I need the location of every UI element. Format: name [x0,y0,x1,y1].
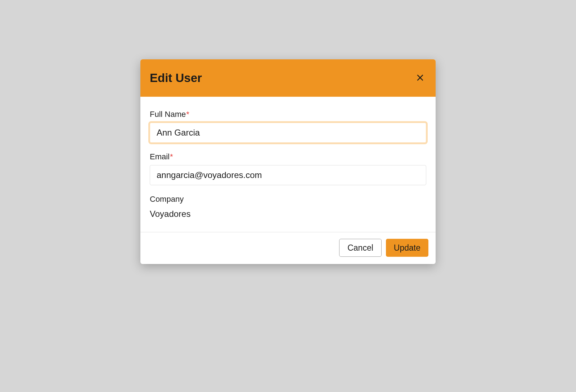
update-button[interactable]: Update [386,239,428,257]
cancel-button[interactable]: Cancel [339,239,382,257]
modal-title: Edit User [150,71,202,85]
edit-user-modal: Edit User Full Name* Email* Company Voya… [140,59,436,264]
modal-body: Full Name* Email* Company Voyadores [140,97,436,232]
email-label: Email* [150,152,426,161]
close-icon [415,73,425,82]
required-indicator: * [186,110,189,119]
close-button[interactable] [414,72,426,85]
full-name-label: Full Name* [150,110,426,119]
company-group: Company Voyadores [150,195,426,219]
modal-header: Edit User [140,59,436,97]
full-name-group: Full Name* [150,110,426,143]
full-name-input[interactable] [150,123,426,143]
email-group: Email* [150,152,426,185]
email-label-text: Email [150,152,170,161]
company-label: Company [150,195,426,204]
company-value: Voyadores [150,209,426,219]
email-input[interactable] [150,165,426,185]
full-name-label-text: Full Name [150,110,186,119]
modal-footer: Cancel Update [140,232,436,264]
required-indicator: * [170,152,173,161]
